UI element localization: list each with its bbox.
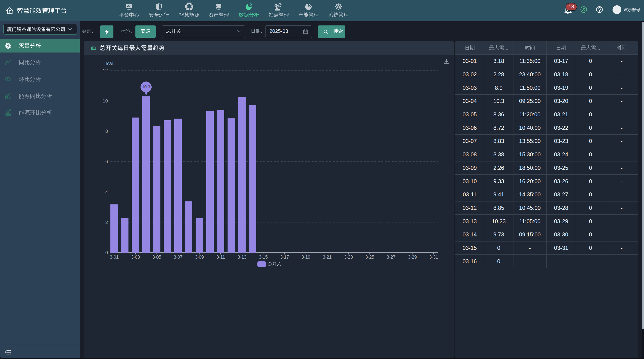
svg-text:10: 10	[103, 98, 108, 103]
svg-text:6: 6	[105, 159, 108, 164]
svg-text:3-15: 3-15	[259, 254, 268, 260]
svg-text:3-05: 3-05	[152, 254, 161, 260]
svg-text:10.3: 10.3	[142, 85, 150, 89]
svg-text:3-01: 3-01	[110, 254, 118, 260]
svg-text:3-23: 3-23	[344, 254, 353, 260]
svg-text:3-21: 3-21	[323, 254, 332, 260]
svg-text:3-07: 3-07	[174, 254, 182, 260]
svg-text:3-11: 3-11	[216, 254, 225, 260]
svg-text:3-13: 3-13	[238, 254, 246, 260]
svg-text:kWh: kWh	[106, 61, 114, 66]
svg-text:8: 8	[105, 129, 108, 134]
svg-text:3-03: 3-03	[131, 254, 140, 260]
svg-text:3-29: 3-29	[408, 254, 417, 260]
svg-text:12: 12	[103, 68, 108, 73]
svg-text:0: 0	[105, 250, 108, 255]
svg-text:2: 2	[105, 220, 108, 225]
svg-text:4: 4	[105, 189, 108, 195]
svg-text:3-19: 3-19	[302, 254, 310, 260]
svg-text:3-31: 3-31	[429, 254, 438, 260]
svg-text:3-17: 3-17	[280, 254, 289, 260]
svg-text:3-27: 3-27	[386, 254, 396, 260]
svg-text:3-25: 3-25	[365, 254, 374, 260]
svg-text:3-09: 3-09	[195, 254, 204, 260]
